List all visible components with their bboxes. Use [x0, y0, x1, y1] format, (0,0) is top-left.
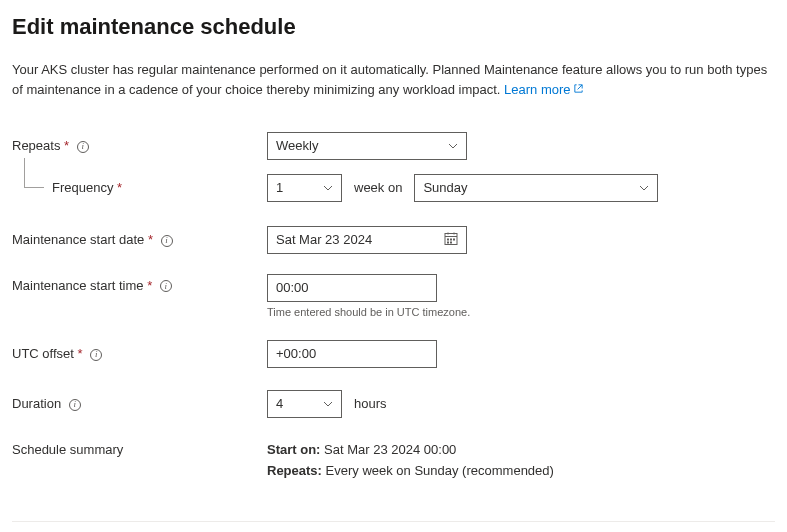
svg-rect-6 [453, 238, 455, 240]
chevron-down-icon [323, 185, 333, 191]
hours-text: hours [354, 396, 387, 411]
description-text: Your AKS cluster has regular maintenance… [12, 60, 772, 100]
learn-more-link[interactable]: Learn more [504, 82, 583, 97]
svg-rect-8 [450, 241, 452, 243]
start-time-helper: Time entered should be in UTC timezone. [267, 306, 470, 318]
info-icon[interactable]: i [90, 349, 102, 361]
schedule-summary-label: Schedule summary [12, 440, 267, 457]
frequency-day-select[interactable]: Sunday [414, 174, 658, 202]
svg-rect-5 [450, 238, 452, 240]
repeats-select[interactable]: Weekly [267, 132, 467, 160]
svg-rect-7 [447, 241, 449, 243]
week-on-text: week on [354, 180, 402, 195]
utc-offset-input[interactable]: +00:00 [267, 340, 437, 368]
info-icon[interactable]: i [77, 141, 89, 153]
start-date-input[interactable]: Sat Mar 23 2024 [267, 226, 467, 254]
frequency-count-select[interactable]: 1 [267, 174, 342, 202]
external-link-icon [573, 80, 584, 100]
info-icon[interactable]: i [161, 235, 173, 247]
repeats-label: Repeats * i [12, 138, 267, 153]
chevron-down-icon [639, 185, 649, 191]
page-title: Edit maintenance schedule [12, 14, 775, 40]
duration-label: Duration i [12, 396, 267, 411]
calendar-icon[interactable] [444, 231, 458, 248]
start-time-input[interactable]: 00:00 [267, 274, 437, 302]
info-icon[interactable]: i [160, 280, 172, 292]
chevron-down-icon [323, 401, 333, 407]
utc-offset-label: UTC offset * i [12, 346, 267, 361]
svg-rect-4 [447, 238, 449, 240]
chevron-down-icon [448, 143, 458, 149]
footer-actions: Save Cancel Remove schedule [12, 521, 775, 532]
frequency-label: Frequency * [12, 180, 267, 195]
start-date-label: Maintenance start date * i [12, 232, 267, 247]
schedule-summary-value: Start on: Sat Mar 23 2024 00:00 Repeats:… [267, 440, 554, 482]
duration-select[interactable]: 4 [267, 390, 342, 418]
info-icon[interactable]: i [69, 399, 81, 411]
start-time-label: Maintenance start time * i [12, 274, 267, 293]
